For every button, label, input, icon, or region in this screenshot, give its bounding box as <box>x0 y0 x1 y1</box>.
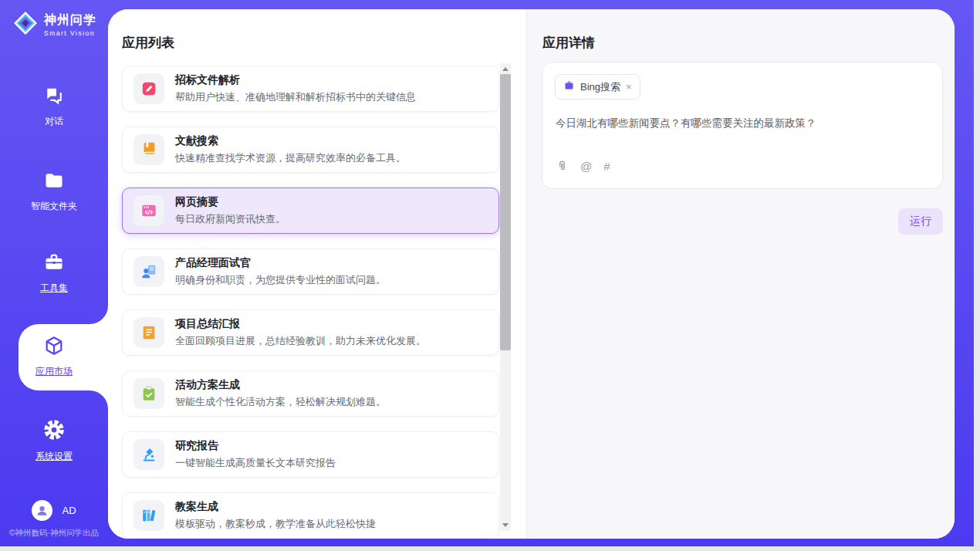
attachment-icon[interactable] <box>556 160 569 173</box>
book-icon <box>140 141 157 158</box>
app-card-description: 一键智能生成高质量长文本研究报告 <box>175 456 336 470</box>
sidebar-item-app-market[interactable]: 应用市场 <box>0 335 108 378</box>
app-icon-tile <box>133 73 164 104</box>
scrollbar-thumb[interactable] <box>500 74 511 350</box>
app-frame: 神州问学 Smart Vision 对话 智能文件夹 <box>0 0 974 546</box>
app-card-description: 帮助用户快速、准确地理解和解析招标书中的关键信息 <box>175 90 416 104</box>
logo-title: 神州问学 <box>44 12 96 29</box>
app-icon-tile <box>133 500 164 531</box>
app-icon-tile <box>133 439 164 470</box>
topic-icon[interactable]: # <box>603 160 610 173</box>
report-note-icon <box>140 324 157 341</box>
app-detail-title: 应用详情 <box>542 34 595 52</box>
app-card-title: 教案生成 <box>175 500 376 514</box>
browser-code-icon <box>140 202 157 219</box>
app-card-web-summary[interactable]: 网页摘要 每日政府新闻资讯快查。 <box>122 188 499 234</box>
folder-icon <box>43 170 65 194</box>
plugin-tag-bing-search[interactable]: Bing搜索 × <box>555 74 640 100</box>
prompt-card: Bing搜索 × 今日湖北有哪些新闻要点？有哪些需要关注的最新政策？ @ # <box>542 62 943 189</box>
toolbox-icon <box>43 252 65 276</box>
app-card-research-report[interactable]: 研究报告 一键智能生成高质量长文本研究报告 <box>122 431 499 478</box>
user-account[interactable]: AD <box>0 500 108 521</box>
app-card-bid-parse[interactable]: 招标文件解析 帮助用户快速、准确地理解和解析招标书中的关键信息 <box>122 66 499 112</box>
app-card-description: 全面回顾项目进展，总结经验教训，助力未来优化发展。 <box>175 334 426 348</box>
briefcase-icon <box>563 79 575 94</box>
scroll-down-icon[interactable] <box>502 523 509 527</box>
app-card-literature-search[interactable]: 文献搜索 快速精准查找学术资源，提高研究效率的必备工具。 <box>122 127 499 173</box>
app-logo: 神州问学 Smart Vision <box>12 10 96 39</box>
user-name: AD <box>62 505 76 516</box>
close-icon[interactable]: × <box>626 82 632 92</box>
interviewer-icon <box>140 263 157 280</box>
app-icon-tile <box>133 378 164 409</box>
sidebar-item-chat[interactable]: 对话 <box>0 85 108 128</box>
edit-document-icon <box>140 80 157 97</box>
bubble-curve-bottom <box>90 390 108 409</box>
app-card-description: 模板驱动，教案秒成，教学准备从此轻松快捷 <box>175 517 376 531</box>
app-list-panel: 应用列表 招标文件解析 帮助用户快速、准确地理解和解析招标书中的关键信 <box>108 9 527 539</box>
scrollbar[interactable] <box>500 63 511 531</box>
books-icon <box>140 507 157 524</box>
run-button[interactable]: 运行 <box>898 208 943 235</box>
mention-icon[interactable]: @ <box>580 160 592 173</box>
app-icon-tile <box>133 134 164 165</box>
app-card-event-plan[interactable]: 活动方案生成 智能生成个性化活动方案，轻松解决规划难题。 <box>122 370 499 417</box>
sidebar-item-settings[interactable]: 系统设置 <box>0 418 108 463</box>
app-card-lesson-plan[interactable]: 教案生成 模板驱动，教案秒成，教学准备从此轻松快捷 <box>122 492 499 539</box>
sidebar-item-label: 智能文件夹 <box>31 200 77 213</box>
research-icon <box>140 446 157 463</box>
app-card-pm-interviewer[interactable]: 产品经理面试官 明确身份和职责，为您提供专业性的面试问题。 <box>122 248 499 295</box>
app-icon-tile <box>133 195 164 226</box>
app-icon-tile <box>133 256 164 287</box>
app-card-description: 智能生成个性化活动方案，轻松解决规划难题。 <box>175 395 386 409</box>
app-detail-panel: 应用详情 Bing搜索 × 今日湖北有哪些新闻要点？有哪些需要关注的最新政策？ <box>527 9 955 539</box>
app-card-list: 招标文件解析 帮助用户快速、准确地理解和解析招标书中的关键信息 <box>122 66 499 539</box>
app-card-title: 招标文件解析 <box>175 73 416 87</box>
sidebar-item-label: 工具集 <box>40 282 68 295</box>
app-card-title: 活动方案生成 <box>175 378 386 392</box>
sidebar-item-label: 对话 <box>45 115 63 128</box>
prompt-toolbar: @ # <box>556 160 610 173</box>
scroll-up-icon[interactable] <box>502 67 509 71</box>
app-card-description: 明确身份和职责，为您提供专业性的面试问题。 <box>175 273 386 287</box>
sidebar-item-toolset[interactable]: 工具集 <box>0 252 108 295</box>
prompt-text[interactable]: 今日湖北有哪些新闻要点？有哪些需要关注的最新政策？ <box>556 117 930 130</box>
sidebar-item-smart-folder[interactable]: 智能文件夹 <box>0 170 108 213</box>
plugin-tag-label: Bing搜索 <box>580 80 620 94</box>
chat-icon <box>43 85 65 110</box>
avatar <box>32 500 52 521</box>
app-card-title: 网页摘要 <box>175 195 286 209</box>
bubble-curve-top <box>90 306 108 324</box>
app-card-title: 文献搜索 <box>175 134 406 148</box>
app-card-description: 快速精准查找学术资源，提高研究效率的必备工具。 <box>175 151 406 165</box>
app-card-title: 项目总结汇报 <box>175 317 426 331</box>
run-row: 运行 <box>542 208 943 235</box>
sidebar-item-label: 应用市场 <box>35 365 73 378</box>
copyright-footer: ©神州数码·神州问学出品 <box>0 528 108 539</box>
app-card-title: 研究报告 <box>175 439 336 453</box>
app-list-title: 应用列表 <box>122 34 174 52</box>
app-card-description: 每日政府新闻资讯快查。 <box>175 212 286 226</box>
logo-subtitle: Smart Vision <box>44 29 96 37</box>
app-card-project-summary[interactable]: 项目总结汇报 全面回顾项目进展，总结经验教训，助力未来优化发展。 <box>122 309 499 356</box>
gear-icon <box>42 418 66 445</box>
cube-icon <box>43 335 65 360</box>
app-card-title: 产品经理面试官 <box>175 256 386 270</box>
main-content: 应用列表 招标文件解析 帮助用户快速、准确地理解和解析招标书中的关键信 <box>108 9 955 539</box>
sidebar-item-label: 系统设置 <box>35 450 73 463</box>
logo-diamond-icon <box>12 10 39 39</box>
clipboard-check-icon <box>140 385 157 402</box>
sidebar: 神州问学 Smart Vision 对话 智能文件夹 <box>0 0 108 546</box>
app-icon-tile <box>133 317 164 348</box>
